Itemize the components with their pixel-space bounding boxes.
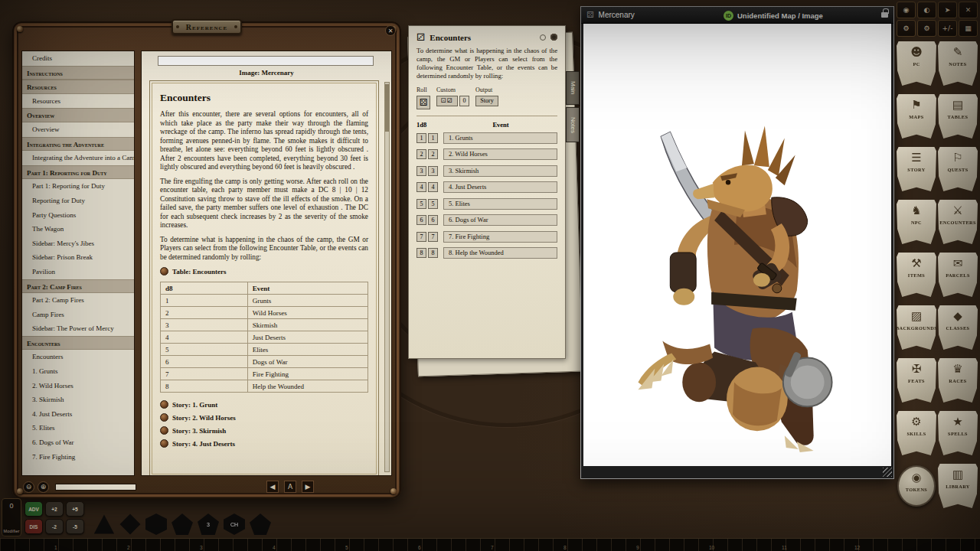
sidebar-button[interactable]: ✉ Parcels <box>938 253 978 297</box>
effects-gear-icon[interactable]: ⚙ <box>917 20 936 37</box>
reference-nav-item[interactable]: Encounters <box>22 350 134 364</box>
zoom-in-icon[interactable]: ⊕ <box>38 481 49 493</box>
d20-die[interactable]: CH <box>224 514 245 535</box>
dial-icon[interactable]: ◉ <box>897 2 916 18</box>
roll-range-from-button[interactable]: 3 <box>416 166 426 176</box>
progress-slider[interactable] <box>55 484 136 491</box>
die-icon[interactable]: ⚂ <box>416 32 425 42</box>
reference-nav-item[interactable]: 4. Just Deserts <box>22 407 134 422</box>
page-scrollbar[interactable] <box>384 82 390 472</box>
roll-range-to-button[interactable]: 1 <box>428 133 438 143</box>
sidebar-button[interactable]: ☻ PC <box>897 41 936 86</box>
event-link-button[interactable]: 8. Help the Wounded <box>443 247 557 259</box>
sidebar-button[interactable]: ✠ Feats <box>897 358 936 403</box>
close-icon[interactable]: ✕ <box>385 25 396 36</box>
resize-grip[interactable] <box>883 468 892 477</box>
modifier-box[interactable]: 0 Modifier <box>2 498 21 536</box>
reference-nav-item[interactable]: Sidebar: The Power of Mercy <box>22 321 134 336</box>
lock-icon[interactable] <box>881 12 888 18</box>
roll-range-to-button[interactable]: 3 <box>428 166 438 176</box>
output-mode-button[interactable]: Story <box>475 96 498 106</box>
sidebar-button[interactable]: ⚔ Encounters <box>938 200 978 244</box>
reference-nav-item[interactable]: Overview <box>22 108 134 122</box>
window-tab[interactable]: Notes <box>566 107 580 142</box>
panel-toggle-icon[interactable]: ✕ <box>959 2 978 18</box>
sidebar-button[interactable]: ◆ Classes <box>938 305 978 350</box>
reference-nav-item[interactable]: Sidebar: Prison Break <box>22 250 134 265</box>
reference-nav-item[interactable]: Credits <box>22 51 134 66</box>
roll-range-from-button[interactable]: 1 <box>416 133 426 143</box>
modifier-chip[interactable]: ADV <box>24 501 43 517</box>
reference-nav-item[interactable]: Camp Fires <box>22 308 134 322</box>
sidebar-button[interactable]: ✎ Notes <box>938 41 978 86</box>
d10-die[interactable] <box>172 514 193 535</box>
roll-range-to-button[interactable]: 6 <box>428 215 438 225</box>
roll-range-to-button[interactable]: 8 <box>428 248 438 258</box>
options-gear-icon[interactable]: ⚙ <box>897 20 916 37</box>
window-tab[interactable]: Main <box>566 71 580 105</box>
roll-range-from-button[interactable]: 6 <box>416 215 426 225</box>
scrollbar-thumb[interactable] <box>385 84 389 132</box>
reference-nav-item[interactable]: Reporting for Duty <box>22 194 134 208</box>
id-badge[interactable]: ID <box>724 11 733 21</box>
modifier-chip[interactable]: +2 <box>45 501 64 517</box>
reference-nav-item[interactable]: Part 1: Reporting for Duty <box>22 179 134 194</box>
sidebar-button[interactable]: ▥ Library <box>938 464 978 508</box>
reference-nav-item[interactable]: 5. Elites <box>22 421 134 435</box>
reference-nav-item[interactable]: Part 2: Camp Fires <box>22 279 134 294</box>
sidebar-button[interactable]: ▤ Tables <box>938 94 978 139</box>
reference-nav-item[interactable]: 3. Skirmish <box>22 393 134 407</box>
reference-nav-item[interactable]: Part 1: Reporting for Duty <box>22 165 134 180</box>
reference-nav-item[interactable]: Pavilion <box>22 265 134 279</box>
modifier-chip[interactable]: +5 <box>66 501 84 517</box>
d100-die[interactable] <box>250 514 271 535</box>
sidebar-button[interactable]: ★ Spells <box>938 411 978 455</box>
sidebar-button[interactable]: ▨ Backgrounds <box>897 305 936 350</box>
windows-grid-icon[interactable]: ▦ <box>959 20 978 37</box>
reference-nav-item[interactable]: The Wagon <box>22 222 134 236</box>
reference-nav-item[interactable]: Part 2: Camp Fires <box>22 293 134 308</box>
sidebar-button[interactable]: ⚙ Skills <box>897 411 936 455</box>
roll-dice-button[interactable]: ⚄ <box>416 96 430 109</box>
reference-nav-item[interactable]: Encounters <box>22 336 134 350</box>
sidebar-button[interactable]: ⚐ Quests <box>938 147 978 191</box>
reference-nav-item[interactable]: Resources <box>22 80 134 94</box>
custom-modifier-field[interactable]: 0 <box>459 96 469 106</box>
zoom-out-icon[interactable]: ⊖ <box>23 481 34 493</box>
event-link-button[interactable]: 6. Dogs of War <box>443 214 557 226</box>
roll-range-from-button[interactable]: 2 <box>416 149 426 159</box>
event-link-button[interactable]: 5. Elites <box>443 198 557 210</box>
image-canvas[interactable] <box>583 24 891 466</box>
custom-dice-icon[interactable]: ⚀⚂ <box>436 96 458 106</box>
roll-range-to-button[interactable]: 5 <box>428 199 438 209</box>
event-link-button[interactable]: 3. Skirmish <box>443 165 557 177</box>
modifier-chip[interactable]: -5 <box>66 519 84 534</box>
reference-nav-item[interactable]: 7. Fire Fighting <box>22 450 134 465</box>
roll-range-to-button[interactable]: 4 <box>428 182 438 192</box>
token-dot-icon[interactable] <box>540 34 546 41</box>
pointer-icon[interactable]: ➤ <box>938 2 957 18</box>
d6-die[interactable] <box>119 514 141 535</box>
page-next-button[interactable]: ▶ <box>302 481 314 493</box>
modifier-chip[interactable]: DIS <box>24 519 43 534</box>
reference-title-plaque[interactable]: Reference <box>172 19 242 34</box>
reference-nav-item[interactable]: Instructions <box>22 66 134 80</box>
die-icon[interactable]: ⚄ <box>586 10 594 20</box>
lighting-icon[interactable]: ◐ <box>917 2 936 18</box>
event-link-button[interactable]: 7. Fire Fighting <box>443 231 557 243</box>
modifiers-icon[interactable]: +/- <box>938 20 957 37</box>
reference-nav-item[interactable]: Sidebar: Mercy's Jibes <box>22 236 134 251</box>
reference-nav-item[interactable]: Party Questions <box>22 208 134 223</box>
d12-die[interactable]: 3 <box>198 514 219 535</box>
story-link[interactable]: Story: 2. Wild Horses <box>160 413 368 422</box>
reference-nav-item[interactable]: Resources <box>22 94 134 109</box>
image-window-titlebar[interactable]: ⚄ Mercenary ID Unidentified Map / Image <box>581 7 893 24</box>
roll-range-from-button[interactable]: 5 <box>416 199 426 209</box>
sidebar-button[interactable]: ⚑ Maps <box>897 94 936 139</box>
sidebar-button[interactable]: ♛ Races <box>938 358 978 403</box>
reference-nav-item[interactable]: Integrating the Adventure <box>22 137 134 152</box>
d8-die[interactable] <box>145 514 167 535</box>
modifier-chip[interactable]: -2 <box>45 519 64 534</box>
reference-nav-item[interactable]: 1. Grunts <box>22 364 134 379</box>
story-link[interactable]: Story: 3. Skirmish <box>160 426 368 435</box>
